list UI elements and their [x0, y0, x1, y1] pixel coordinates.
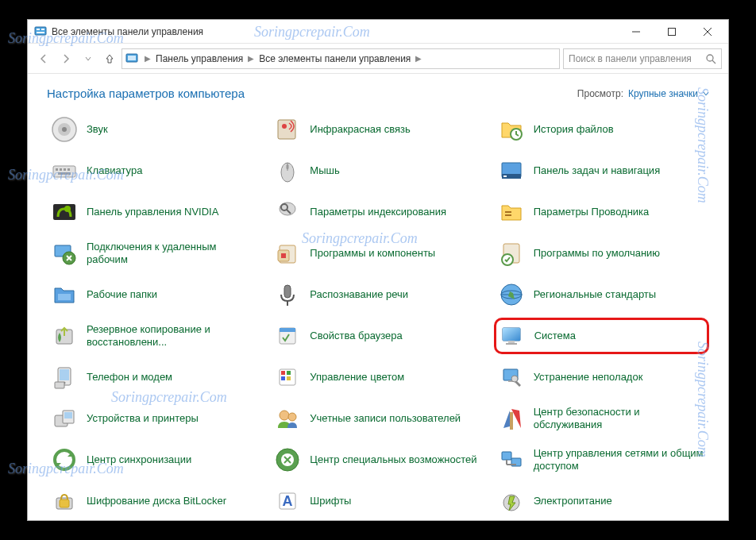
cp-item-label: Параметры Проводника [534, 206, 650, 218]
cp-item-troubleshoot[interactable]: Устранение неполадок [494, 359, 709, 395]
cp-item-keyboard[interactable]: Клавиатура [47, 152, 262, 189]
cp-item-label: Инфракрасная связь [310, 123, 410, 136]
breadcrumb-sep: ▶ [412, 54, 425, 63]
cp-item-backup[interactable]: Резервное копирование и восстановлени... [47, 318, 262, 354]
explorer-icon [497, 198, 526, 226]
address-bar[interactable]: ▶ Панель управления ▶ Все элементы панел… [122, 48, 560, 69]
cp-item-fonts[interactable]: Шрифты [270, 483, 485, 519]
titlebar: Все элементы панели управления [28, 20, 728, 44]
cp-item-devices[interactable]: Устройства и принтеры [47, 400, 262, 437]
svg-rect-0 [35, 27, 46, 35]
security-icon [497, 404, 526, 433]
keyboard-icon [50, 156, 79, 185]
cp-item-label: Центр синхронизации [87, 453, 191, 466]
bitlocker-icon [50, 487, 79, 515]
cp-item-label: Параметры индексирования [310, 206, 446, 218]
cp-item-infrared[interactable]: Инфракрасная связь [270, 111, 485, 148]
cp-item-workfolders[interactable]: Рабочие папки [47, 276, 262, 313]
back-button[interactable] [34, 49, 53, 68]
mouse-icon [273, 156, 302, 185]
cp-item-explorer[interactable]: Параметры Проводника [494, 194, 709, 230]
search-input[interactable]: Поиск в панели управления [563, 48, 722, 69]
ease-icon [273, 446, 302, 474]
cp-item-label: Региональные стандарты [534, 288, 656, 301]
cp-item-label: Рабочие папки [87, 288, 157, 301]
svg-rect-9 [128, 56, 136, 60]
indexing-icon [273, 198, 302, 226]
control-panel-icon [34, 25, 47, 38]
workfolders-icon [50, 280, 79, 309]
cp-item-color[interactable]: Управление цветом [270, 359, 485, 395]
content-area: Настройка параметров компьютера Просмотр… [28, 74, 728, 520]
window-title: Все элементы панели управления [52, 26, 618, 37]
infrared-icon [273, 115, 302, 144]
cp-item-ease[interactable]: Центр специальных возможностей [270, 442, 485, 478]
users-icon [273, 404, 302, 433]
power-icon [497, 487, 526, 515]
cp-item-system[interactable]: Система [494, 318, 709, 354]
color-icon [273, 363, 302, 392]
svg-line-11 [712, 60, 716, 64]
maximize-button[interactable] [654, 20, 689, 43]
cp-item-label: Учетные записи пользователей [310, 412, 461, 425]
cp-item-defaults[interactable]: Программы по умолчанию [494, 235, 709, 272]
cp-item-security[interactable]: Центр безопасности и обслуживания [494, 400, 709, 437]
cp-item-filehistory[interactable]: История файлов [494, 111, 709, 148]
control-panel-icon [125, 52, 138, 65]
cp-item-label: Центр специальных возможностей [310, 453, 476, 466]
cp-item-label: Свойства браузера [310, 330, 402, 342]
cp-item-sync[interactable]: Центр синхронизации [47, 442, 262, 478]
cp-item-speech[interactable]: Распознавание речи [270, 276, 485, 313]
taskbar-icon [497, 156, 526, 185]
cp-item-indexing[interactable]: Параметры индексирования [270, 194, 485, 230]
cp-item-label: Электропитание [534, 495, 612, 507]
cp-item-region[interactable]: Региональные стандарты [494, 276, 709, 313]
cp-item-mouse[interactable]: Мышь [270, 152, 485, 189]
breadcrumb-2[interactable]: Все элементы панели управления [257, 53, 412, 64]
cp-item-label: Шрифты [310, 495, 351, 507]
close-button[interactable] [689, 20, 725, 43]
cp-item-power[interactable]: Электропитание [494, 483, 709, 519]
svg-point-10 [707, 55, 713, 61]
control-panel-window: Все элементы панели управления ▶ Панель … [27, 19, 729, 521]
breadcrumb-1[interactable]: Панель управления [154, 53, 245, 64]
speech-icon [273, 280, 302, 309]
nvidia-icon [50, 198, 79, 226]
up-button[interactable] [101, 50, 118, 68]
cp-item-programs[interactable]: Программы и компоненты [270, 235, 485, 272]
cp-item-label: Подключения к удаленным рабочим [87, 241, 259, 265]
backup-icon [50, 322, 79, 350]
cp-item-label: Резервное копирование и восстановлени... [87, 323, 259, 348]
svg-rect-3 [37, 32, 44, 33]
cp-item-label: Центр безопасности и обслуживания [534, 406, 706, 430]
window-controls [618, 20, 725, 43]
cp-item-label: Управление цветом [310, 371, 404, 384]
recent-dropdown[interactable] [79, 49, 98, 68]
cp-item-label: Устройства и принтеры [87, 412, 199, 425]
cp-item-label: История файлов [534, 123, 614, 136]
forward-button[interactable] [56, 49, 75, 68]
cp-item-label: Звук [87, 123, 108, 136]
header-row: Настройка параметров компьютера Просмотр… [47, 87, 709, 100]
cp-item-label: Панель задач и навигация [534, 164, 661, 177]
cp-item-label: Распознавание речи [310, 288, 408, 301]
region-icon [497, 280, 526, 309]
programs-icon [273, 239, 302, 268]
cp-item-network[interactable]: Центр управления сетями и общим доступом [494, 442, 709, 478]
view-selector[interactable]: Просмотр: Крупные значки [577, 88, 709, 99]
cp-item-phone[interactable]: Телефон и модем [47, 359, 262, 395]
minimize-button[interactable] [618, 20, 654, 43]
cp-item-users[interactable]: Учетные записи пользователей [270, 400, 485, 437]
items-grid: ЗвукИнфракрасная связьИстория файловКлав… [47, 111, 709, 519]
navigation-bar: ▶ Панель управления ▶ Все элементы панел… [28, 44, 728, 74]
cp-item-label: Центр управления сетями и общим доступом [534, 447, 706, 472]
cp-item-bitlocker[interactable]: Шифрование диска BitLocker [47, 483, 262, 519]
cp-item-sound[interactable]: Звук [47, 111, 262, 148]
cp-item-nvidia[interactable]: Панель управления NVIDIA [47, 194, 262, 230]
cp-item-remote[interactable]: Подключения к удаленным рабочим [47, 235, 262, 272]
phone-icon [50, 363, 79, 392]
svg-rect-2 [41, 29, 44, 30]
cp-item-label: Устранение неполадок [534, 371, 643, 384]
cp-item-browser[interactable]: Свойства браузера [270, 318, 485, 354]
cp-item-taskbar[interactable]: Панель задач и навигация [494, 152, 709, 189]
